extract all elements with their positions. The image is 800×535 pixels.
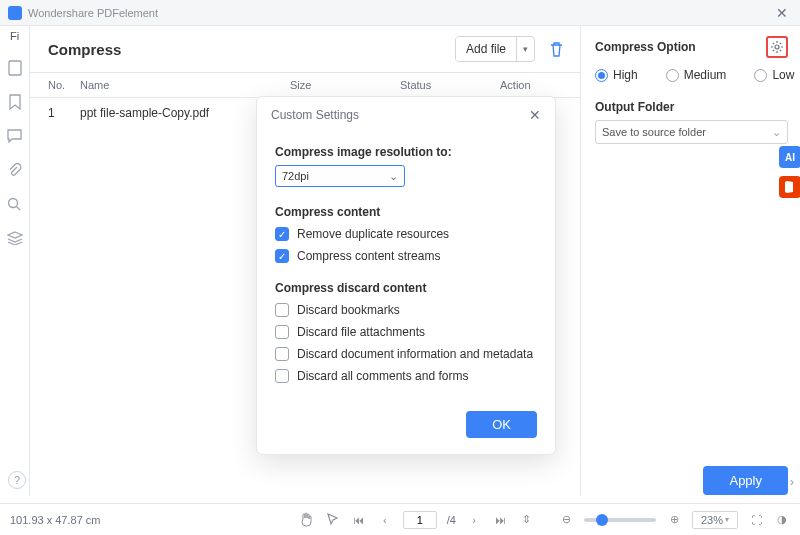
- checkbox-icon: [275, 303, 289, 317]
- apply-button[interactable]: Apply: [703, 466, 788, 495]
- resolution-label: Compress image resolution to:: [275, 145, 537, 159]
- output-folder-value: Save to source folder: [602, 126, 706, 138]
- chk-label: Discard all comments and forms: [297, 369, 468, 383]
- radio-indicator-icon: [666, 69, 679, 82]
- col-size: Size: [290, 79, 400, 91]
- chk-discard-comments[interactable]: Discard all comments and forms: [275, 369, 537, 383]
- app-logo-icon: [8, 6, 22, 20]
- reading-mode-icon[interactable]: ◑: [774, 513, 790, 526]
- chk-discard-bookmarks[interactable]: Discard bookmarks: [275, 303, 537, 317]
- zoom-slider[interactable]: [584, 518, 656, 522]
- cell-no: 1: [30, 106, 80, 120]
- settings-gear-button[interactable]: [766, 36, 788, 58]
- resolution-value: 72dpi: [282, 170, 309, 182]
- fit-height-icon[interactable]: ⇕: [518, 513, 534, 526]
- chk-remove-duplicate[interactable]: ✓Remove duplicate resources: [275, 227, 537, 241]
- page-icon[interactable]: [7, 60, 23, 76]
- radio-low[interactable]: Low: [754, 68, 794, 82]
- add-file-button-group: Add file ▾: [455, 36, 535, 62]
- svg-rect-0: [9, 61, 21, 75]
- layers-icon[interactable]: [7, 230, 23, 246]
- compress-options-panel: Compress Option High Medium Low Output F…: [580, 26, 800, 496]
- delete-icon[interactable]: [549, 41, 564, 57]
- col-action: Action: [500, 79, 580, 91]
- radio-high[interactable]: High: [595, 68, 638, 82]
- resolution-select[interactable]: 72dpi: [275, 165, 405, 187]
- zoom-out-icon[interactable]: ⊖: [558, 513, 574, 526]
- radio-medium[interactable]: Medium: [666, 68, 727, 82]
- col-status: Status: [400, 79, 500, 91]
- first-page-icon[interactable]: ⏮: [351, 514, 367, 526]
- chk-label: Remove duplicate resources: [297, 227, 449, 241]
- content-section-label: Compress content: [275, 205, 537, 219]
- chk-discard-attachments[interactable]: Discard file attachments: [275, 325, 537, 339]
- checkbox-icon: ✓: [275, 249, 289, 263]
- page-title: Compress: [48, 41, 121, 58]
- output-folder-label: Output Folder: [595, 100, 788, 114]
- gear-icon: [770, 40, 784, 54]
- svg-point-1: [9, 198, 18, 207]
- prev-page-icon[interactable]: ‹: [377, 514, 393, 526]
- dialog-title: Custom Settings: [271, 108, 359, 122]
- last-page-icon[interactable]: ⏭: [492, 514, 508, 526]
- checkbox-icon: [275, 347, 289, 361]
- options-title: Compress Option: [595, 40, 696, 54]
- chk-content-streams[interactable]: ✓Compress content streams: [275, 249, 537, 263]
- chk-discard-metadata[interactable]: Discard document information and metadat…: [275, 347, 537, 361]
- radio-high-label: High: [613, 68, 638, 82]
- ok-button[interactable]: OK: [466, 411, 537, 438]
- radio-indicator-icon: [595, 69, 608, 82]
- next-page-icon[interactable]: ›: [466, 514, 482, 526]
- chk-label: Discard document information and metadat…: [297, 347, 533, 361]
- zoom-value-box[interactable]: 23%▾: [692, 511, 738, 529]
- page-dimensions: 101.93 x 47.87 cm: [10, 514, 101, 526]
- radio-low-label: Low: [772, 68, 794, 82]
- zoom-in-icon[interactable]: ⊕: [666, 513, 682, 526]
- add-file-button[interactable]: Add file: [456, 37, 516, 61]
- page-total: /4: [447, 514, 456, 526]
- ai-side-icon[interactable]: AI: [779, 146, 800, 168]
- select-tool-icon[interactable]: [325, 513, 341, 527]
- left-strip-label: Fi: [10, 30, 19, 42]
- collapse-panel-icon[interactable]: ›: [790, 474, 794, 489]
- hand-tool-icon[interactable]: [299, 512, 315, 527]
- help-icon[interactable]: ?: [8, 471, 26, 489]
- app-title: Wondershare PDFelement: [28, 7, 158, 19]
- status-bar: 101.93 x 47.87 cm ⏮ ‹ /4 › ⏭ ⇕ ⊖ ⊕ 23%▾ …: [0, 503, 800, 535]
- window-close-icon[interactable]: ✕: [772, 5, 792, 21]
- radio-medium-label: Medium: [684, 68, 727, 82]
- svg-point-3: [775, 45, 779, 49]
- fullscreen-icon[interactable]: ⛶: [748, 514, 764, 526]
- custom-settings-dialog: Custom Settings ✕ Compress image resolut…: [256, 96, 556, 455]
- chk-label: Compress content streams: [297, 249, 440, 263]
- office-side-icon[interactable]: [779, 176, 800, 198]
- search-icon[interactable]: [7, 196, 23, 212]
- dialog-close-icon[interactable]: ✕: [529, 107, 541, 123]
- chk-label: Discard bookmarks: [297, 303, 400, 317]
- titlebar: Wondershare PDFelement ✕: [0, 0, 800, 26]
- attachment-icon[interactable]: [7, 162, 23, 178]
- checkbox-icon: [275, 325, 289, 339]
- page-input[interactable]: [403, 511, 437, 529]
- checkbox-icon: ✓: [275, 227, 289, 241]
- add-file-dropdown-icon[interactable]: ▾: [516, 37, 534, 61]
- svg-line-2: [17, 206, 21, 210]
- chk-label: Discard file attachments: [297, 325, 425, 339]
- discard-section-label: Compress discard content: [275, 281, 537, 295]
- col-name: Name: [80, 79, 290, 91]
- left-tool-strip: Fi: [0, 26, 30, 496]
- radio-indicator-icon: [754, 69, 767, 82]
- comment-icon[interactable]: [7, 128, 23, 144]
- zoom-value: 23%: [701, 514, 723, 526]
- col-no: No.: [30, 79, 80, 91]
- output-folder-select[interactable]: Save to source folder: [595, 120, 788, 144]
- checkbox-icon: [275, 369, 289, 383]
- bookmark-icon[interactable]: [7, 94, 23, 110]
- table-header: No. Name Size Status Action: [30, 72, 580, 98]
